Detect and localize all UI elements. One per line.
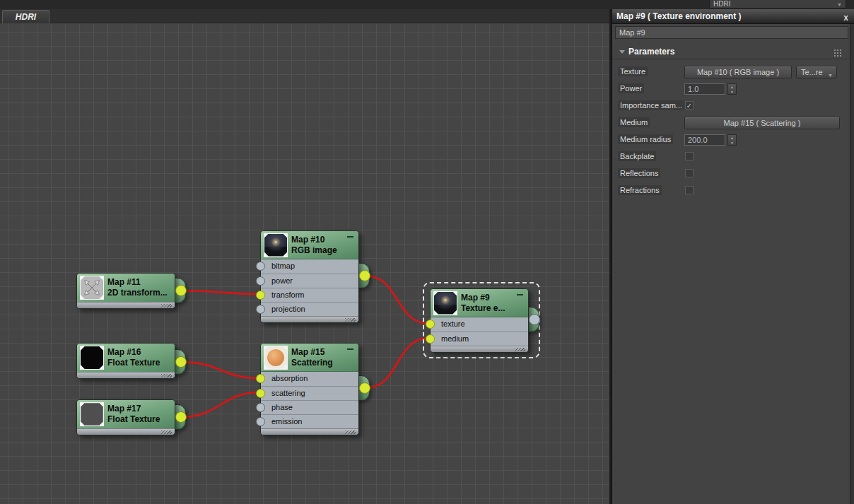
node-titles: Map #17Float Texture (107, 404, 160, 425)
checkbox[interactable]: ✓ (685, 101, 694, 110)
node-titles: Map #10RGB image (291, 235, 337, 256)
node-body[interactable]: Map #10RGB imagebitmappowertransformproj… (260, 230, 359, 323)
checkbox[interactable] (685, 169, 694, 177)
input-slot-medium: medium (431, 332, 528, 346)
input-slot-transform: transform (261, 288, 358, 302)
node-titles: Map #15Scattering (291, 347, 333, 368)
tab-hdri[interactable]: HDRI (2, 10, 49, 23)
node-titles: Map #16Float Texture (107, 347, 160, 368)
output-socket[interactable] (529, 314, 540, 325)
chevron-down-icon: ▼ (837, 1, 842, 8)
node-body[interactable]: Map #9Texture e...texturemedium (430, 288, 529, 353)
node-map11[interactable]: Map #112D transform... (76, 273, 175, 309)
node-map10[interactable]: Map #10RGB imagebitmappowertransformproj… (260, 230, 359, 323)
resize-grip-icon[interactable] (161, 304, 172, 307)
checkbox[interactable] (685, 152, 694, 160)
connection-wire[interactable] (365, 276, 430, 324)
node-map17[interactable]: Map #17Float Texture (76, 399, 175, 435)
transform-thumbnail (81, 276, 103, 299)
hdri-thumbnail (434, 292, 457, 315)
transform-arrows-icon (81, 276, 103, 299)
param-row-medium-radius: Medium radius200.0▲▼ (612, 132, 850, 149)
resize-grip-icon[interactable] (515, 348, 525, 351)
input-slot-texture: texture (431, 317, 528, 332)
node-map16[interactable]: Map #16Float Texture (76, 343, 175, 379)
node-footer (261, 316, 358, 322)
spinner-up-icon[interactable]: ▲ (728, 85, 736, 90)
param-row-reflections: Reflections (612, 166, 850, 183)
output-socket[interactable] (359, 382, 370, 394)
hdri-thumbnail (264, 234, 287, 257)
node-body[interactable]: Map #15Scatteringabsorptionscatteringpha… (260, 343, 359, 435)
texture-map-button[interactable]: Map #10 ( RGB image ) (684, 66, 792, 78)
resize-grip-icon[interactable] (161, 430, 172, 434)
spinner-down-icon[interactable]: ▼ (728, 141, 736, 146)
resize-grip-icon[interactable] (161, 374, 172, 377)
spinner-buttons[interactable]: ▲▼ (727, 134, 737, 146)
input-socket-emission[interactable] (256, 417, 265, 426)
node-footer (77, 372, 175, 378)
spinner-down-icon[interactable]: ▼ (728, 90, 736, 95)
spinner-buttons[interactable]: ▲▼ (727, 83, 737, 95)
node-subtitle: Float Texture (107, 414, 160, 425)
output-socket[interactable] (175, 285, 187, 296)
sphere-thumbnail (264, 346, 287, 369)
node-input-rows: bitmappowertransformprojection (261, 259, 358, 316)
node-subtitle: Float Texture (107, 358, 160, 368)
node-titles: Map #9Texture e... (461, 293, 505, 314)
input-socket-absorption[interactable] (256, 374, 265, 383)
node-footer (77, 428, 175, 435)
value-field[interactable]: 1.0 (684, 83, 725, 95)
connection-wire[interactable] (181, 392, 260, 417)
output-socket[interactable] (175, 411, 187, 423)
input-socket-projection[interactable] (256, 305, 265, 314)
node-editor-canvas[interactable]: Map #112D transform...Map #16Float Textu… (0, 23, 609, 504)
node-body[interactable]: Map #16Float Texture (76, 343, 175, 379)
top-bar: HDRI ▼ (0, 0, 854, 9)
node-thumbnail (80, 402, 104, 426)
input-socket-power[interactable] (256, 276, 265, 286)
param-row-power: Power1.0▲▼ (612, 81, 850, 98)
panel-scrollbar[interactable] (850, 24, 854, 504)
param-label: Refractions (618, 185, 662, 195)
spinner-up-icon[interactable]: ▲ (728, 136, 736, 141)
checkbox[interactable] (685, 186, 694, 194)
resize-grip-icon[interactable] (345, 430, 356, 434)
node-map9[interactable]: Map #9Texture e...texturemedium (430, 288, 529, 353)
output-socket[interactable] (175, 356, 187, 368)
param-row-medium: MediumMap #15 ( Scattering ) (612, 115, 850, 132)
node-body[interactable]: Map #112D transform... (76, 273, 175, 309)
node-header[interactable]: Map #9Texture e... (431, 289, 528, 317)
minimize-icon[interactable] (347, 236, 353, 238)
node-body[interactable]: Map #17Float Texture (76, 399, 175, 435)
input-socket-bitmap[interactable] (256, 262, 265, 271)
texture-type-dropdown[interactable]: Te...re▼ (796, 66, 837, 78)
input-socket-texture[interactable] (426, 320, 435, 329)
medium-map-button[interactable]: Map #15 ( Scattering ) (684, 117, 840, 129)
black-thumbnail (81, 346, 103, 369)
input-socket-transform[interactable] (256, 291, 265, 300)
node-header[interactable]: Map #16Float Texture (77, 344, 175, 372)
param-row-texture: TextureMap #10 ( RGB image )Te...re▼ (612, 64, 850, 81)
preset-dropdown[interactable]: HDRI ▼ (709, 0, 846, 8)
value-field[interactable]: 200.0 (684, 134, 725, 146)
input-socket-medium[interactable] (426, 334, 435, 344)
node-footer (77, 302, 175, 308)
node-header[interactable]: Map #10RGB image (261, 231, 358, 259)
connection-wire[interactable] (181, 291, 260, 294)
node-footer (431, 346, 528, 352)
minimize-icon[interactable] (347, 348, 353, 350)
node-header[interactable]: Map #17Float Texture (77, 400, 175, 428)
input-socket-scattering[interactable] (256, 389, 265, 398)
node-title: Map #16 (107, 347, 160, 358)
connection-wire[interactable] (365, 338, 430, 388)
connection-wire[interactable] (181, 362, 260, 378)
node-map15[interactable]: Map #15Scatteringabsorptionscatteringpha… (260, 343, 359, 435)
resize-grip-icon[interactable] (345, 318, 356, 322)
node-header[interactable]: Map #15Scattering (261, 344, 358, 372)
output-socket[interactable] (359, 270, 370, 281)
minimize-icon[interactable] (517, 294, 523, 295)
node-header[interactable]: Map #112D transform... (77, 274, 175, 302)
view-tab-bar: HDRI (0, 9, 609, 23)
input-socket-phase[interactable] (256, 403, 265, 412)
